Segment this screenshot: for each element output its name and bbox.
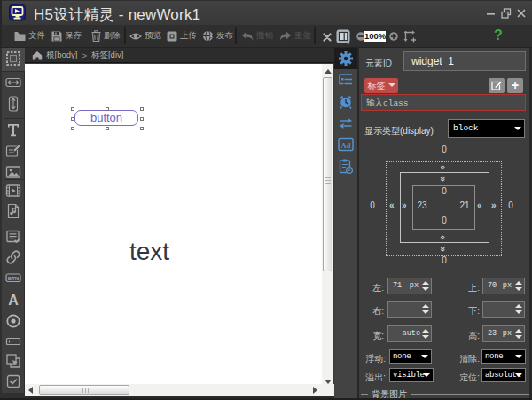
device-view-icon[interactable]: [336, 29, 351, 44]
collapse-up-icon[interactable]: «: [438, 235, 447, 240]
edit-class-button[interactable]: [489, 78, 505, 93]
collapse-right-icon[interactable]: »: [402, 201, 407, 210]
minimize-button[interactable]: [485, 6, 497, 20]
breadcrumb-current[interactable]: 标签[div]: [91, 50, 123, 61]
zoom-level-field[interactable]: 100%: [364, 31, 386, 42]
stepper-down-icon[interactable]: [515, 310, 522, 314]
publish-button[interactable]: 发布: [202, 25, 233, 47]
selection-handle-ne[interactable]: [140, 107, 144, 111]
selection-handle-sw[interactable]: [71, 127, 74, 130]
scroll-down-arrow[interactable]: [325, 380, 332, 384]
ad-tab-icon[interactable]: Ad: [338, 137, 355, 153]
bottom-field[interactable]: [482, 301, 525, 318]
scroll-up-arrow[interactable]: [325, 69, 332, 74]
element-id-input[interactable]: widget_1: [403, 51, 526, 71]
stepper-down-icon[interactable]: [422, 287, 429, 291]
layers-icon[interactable]: [5, 353, 21, 369]
button-widget-icon[interactable]: BTN: [5, 270, 21, 286]
stepper[interactable]: [514, 302, 524, 317]
zoom-in-icon[interactable]: [389, 32, 398, 41]
horizontal-scrollbar[interactable]: [25, 384, 322, 396]
stepper[interactable]: [421, 278, 431, 294]
vertical-scrollbar[interactable]: [322, 64, 333, 396]
settings-tab-icon[interactable]: [338, 51, 355, 67]
inner-top-value[interactable]: 0: [438, 186, 450, 196]
form-list-icon[interactable]: [5, 229, 21, 245]
margin-right-value[interactable]: 0: [505, 200, 517, 210]
close-button[interactable]: [515, 6, 528, 20]
div-container-icon[interactable]: [5, 51, 21, 67]
font-icon[interactable]: A: [5, 292, 21, 308]
margin-left-value[interactable]: 0: [366, 200, 379, 210]
stepper[interactable]: [514, 326, 524, 341]
video-icon[interactable]: [5, 183, 21, 199]
redo-button[interactable]: 重做: [279, 25, 311, 47]
tag-dropdown-button[interactable]: 标签: [364, 78, 398, 93]
stepper-down-icon[interactable]: [422, 335, 429, 339]
stepper-up-icon[interactable]: [515, 304, 522, 308]
link-icon[interactable]: [5, 249, 21, 265]
stage-button-element[interactable]: button: [74, 110, 138, 126]
stepper-down-icon[interactable]: [515, 287, 522, 291]
radio-button-icon[interactable]: [5, 313, 21, 329]
checkbox-icon[interactable]: [5, 373, 21, 389]
image-icon[interactable]: [5, 164, 21, 180]
top-field[interactable]: 70px: [482, 278, 525, 294]
expand-left-icon[interactable]: «: [389, 201, 395, 210]
audio-icon[interactable]: [5, 203, 21, 219]
width-field[interactable]: -auto: [387, 325, 432, 342]
left-field[interactable]: 71px: [387, 278, 432, 294]
vertical-scroll-thumb[interactable]: [323, 77, 332, 271]
float-select[interactable]: none: [389, 349, 432, 364]
selection-handle-e[interactable]: [140, 117, 144, 121]
stepper-up-icon[interactable]: [422, 304, 429, 308]
stepper[interactable]: [421, 302, 431, 317]
text-tool-icon[interactable]: [5, 122, 21, 137]
breadcrumb-root[interactable]: 根[body]: [46, 50, 77, 61]
stepper[interactable]: [421, 326, 431, 341]
margin-top-value[interactable]: 0: [438, 145, 450, 154]
home-icon[interactable]: [32, 51, 43, 60]
horizontal-spacer-icon[interactable]: [5, 75, 21, 90]
collapse-down-icon[interactable]: »: [438, 176, 447, 182]
expand-up-icon[interactable]: «: [438, 165, 447, 170]
position-select[interactable]: absolute: [481, 368, 526, 382]
inner-right-value[interactable]: 21: [458, 200, 472, 210]
expand-down-icon[interactable]: »: [438, 247, 447, 252]
file-button[interactable]: 文件: [14, 25, 45, 47]
add-class-button[interactable]: +: [507, 78, 523, 93]
vertical-spacer-icon[interactable]: [5, 96, 21, 112]
selection-handle-s[interactable]: [106, 127, 109, 130]
class-input[interactable]: 输入class: [361, 94, 526, 111]
preview-button[interactable]: 预览: [129, 25, 161, 47]
stepper[interactable]: [514, 278, 524, 294]
scroll-left-arrow[interactable]: [28, 387, 33, 394]
input-field-icon[interactable]: [5, 333, 21, 349]
delete-button[interactable]: 删除: [91, 25, 121, 47]
save-button[interactable]: 保存: [51, 25, 82, 47]
clear-select[interactable]: none: [481, 349, 526, 364]
help-button[interactable]: ?: [491, 27, 505, 45]
scroll-right-arrow[interactable]: [313, 387, 317, 394]
stepper-up-icon[interactable]: [422, 281, 429, 285]
stepper-up-icon[interactable]: [422, 329, 429, 333]
upload-button[interactable]: 上传: [167, 25, 197, 47]
display-select[interactable]: block: [448, 119, 525, 138]
stepper-down-icon[interactable]: [422, 310, 429, 314]
tree-tab-icon[interactable]: [338, 72, 355, 89]
stage-text-element[interactable]: text: [129, 238, 169, 266]
stepper-down-icon[interactable]: [515, 335, 522, 339]
inner-left-value[interactable]: 23: [415, 200, 429, 210]
margin-bottom-value[interactable]: 0: [438, 255, 450, 265]
overflow-select[interactable]: visible: [389, 368, 434, 382]
expand-right-icon[interactable]: »: [491, 201, 497, 210]
height-field[interactable]: 23px: [482, 325, 525, 342]
inner-bottom-value[interactable]: 0: [438, 216, 450, 225]
stepper-up-icon[interactable]: [515, 281, 522, 285]
swap-tab-icon[interactable]: [338, 115, 355, 132]
design-stage[interactable]: button text: [25, 64, 322, 384]
timer-tab-icon[interactable]: [338, 93, 355, 110]
selection-handle-w[interactable]: [71, 117, 74, 121]
right-field[interactable]: [387, 301, 432, 318]
selection-handle-nw[interactable]: [71, 107, 74, 111]
